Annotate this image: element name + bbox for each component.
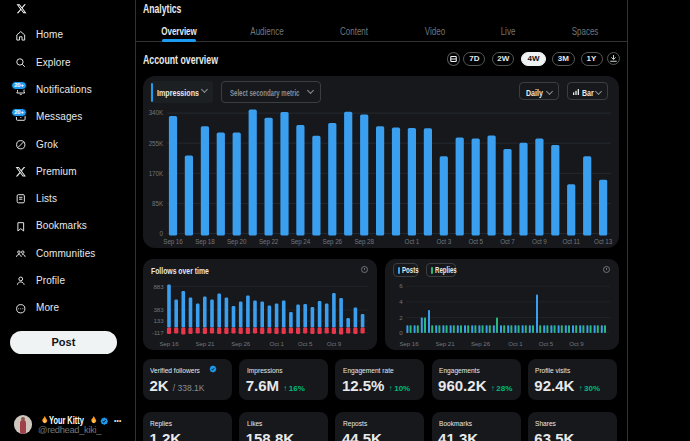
svg-text:340K: 340K	[149, 109, 164, 116]
svg-text:883: 883	[153, 282, 164, 289]
svg-text:Oct 7: Oct 7	[500, 237, 515, 244]
svg-text:Sep 16: Sep 16	[163, 237, 183, 245]
svg-text:85K: 85K	[152, 199, 164, 206]
svg-text:Sep 20: Sep 20	[227, 237, 247, 245]
svg-text:Sep 16: Sep 16	[159, 340, 179, 347]
svg-text:Sep 26: Sep 26	[231, 340, 251, 347]
svg-text:Oct 1: Oct 1	[508, 340, 523, 347]
svg-text:Oct 11: Oct 11	[562, 237, 580, 244]
svg-text:Sep 18: Sep 18	[195, 237, 215, 245]
svg-text:Oct 3: Oct 3	[437, 237, 452, 244]
svg-text:Sep 26: Sep 26	[323, 237, 343, 245]
svg-text:Sep 24: Sep 24	[291, 237, 311, 245]
svg-text:383: 383	[153, 306, 164, 313]
svg-text:0: 0	[399, 328, 403, 335]
svg-text:Sep 28: Sep 28	[355, 237, 375, 245]
svg-text:Sep 21: Sep 21	[435, 340, 455, 347]
svg-text:Oct 9: Oct 9	[532, 237, 547, 244]
svg-text:Oct 1: Oct 1	[269, 340, 284, 347]
svg-text:Oct 5: Oct 5	[468, 237, 483, 244]
svg-text:Oct 13: Oct 13	[594, 237, 613, 244]
svg-text:Oct 5: Oct 5	[539, 340, 554, 347]
svg-text:Sep 16: Sep 16	[399, 340, 419, 347]
svg-text:170K: 170K	[149, 169, 164, 176]
svg-text:133: 133	[153, 317, 164, 324]
svg-text:0: 0	[160, 229, 164, 236]
svg-text:Sep 26: Sep 26	[471, 340, 491, 347]
svg-text:Sep 21: Sep 21	[195, 340, 215, 347]
svg-text:Oct 1: Oct 1	[405, 237, 420, 244]
svg-text:6: 6	[399, 282, 403, 289]
svg-text:4: 4	[399, 298, 403, 305]
svg-text:2: 2	[399, 313, 403, 320]
svg-text:Sep 22: Sep 22	[259, 237, 279, 245]
svg-text:-117: -117	[152, 328, 164, 335]
svg-text:Oct 9: Oct 9	[569, 340, 584, 347]
svg-text:255K: 255K	[149, 139, 164, 146]
svg-text:Oct 9: Oct 9	[327, 340, 342, 347]
svg-text:Oct 5: Oct 5	[298, 340, 313, 347]
